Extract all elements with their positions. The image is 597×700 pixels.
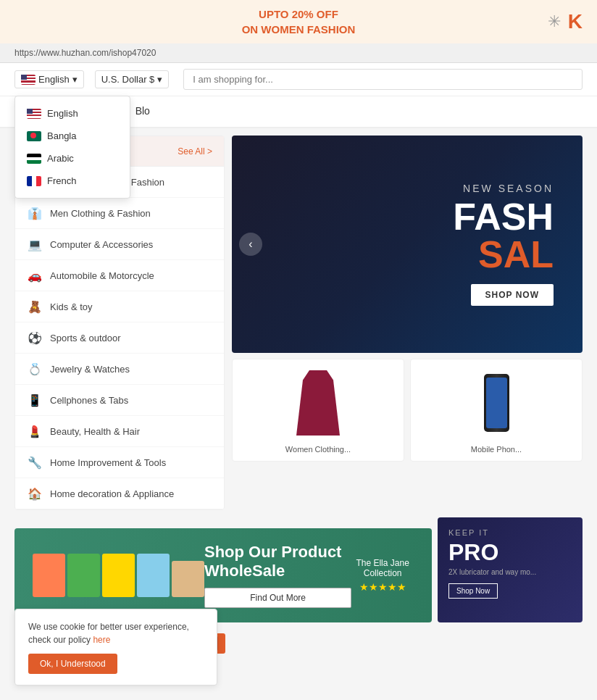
nav-blog[interactable]: Blo — [135, 96, 150, 127]
beauty-icon: 💄 — [27, 423, 43, 439]
currency-selector[interactable]: U.S. Dollar $ ▾ — [95, 70, 170, 88]
cloth-green — [67, 554, 100, 597]
top-banner: UPTO 20% OFF ON WOMEN FASHION ✳ K — [0, 0, 597, 43]
flag-ar-icon — [27, 154, 41, 164]
men-clothing-icon: 👔 — [27, 205, 43, 221]
wholesale-title: Shop Our Product WholeSale — [204, 543, 351, 580]
wholesale-banner: Shop Our Product WholeSale Find Out More… — [14, 517, 432, 622]
shop-now-button[interactable]: SHOP NOW — [471, 284, 554, 306]
flag-fr-icon — [27, 176, 41, 186]
slider-prev-button[interactable]: ‹ — [239, 233, 262, 256]
computer-icon: 💻 — [27, 236, 43, 252]
jewelry-icon: 💍 — [27, 361, 43, 377]
asterisk-icon: ✳ — [548, 12, 561, 31]
mobile-phone-product-image — [467, 367, 525, 439]
flag-bd-icon — [27, 131, 41, 141]
chevron-down-icon: ▾ — [72, 74, 78, 85]
slider-content: NEW SEASON FASH SAL SHOP NOW — [232, 136, 583, 353]
url-bar: https://www.huzhan.com/ishop47020 — [0, 43, 597, 63]
pro-title: PRO — [448, 541, 572, 564]
promo-row: Shop Our Product WholeSale Find Out More… — [0, 517, 597, 622]
fashion-text: FASH — [453, 196, 554, 238]
cookie-policy-link[interactable]: here — [93, 635, 110, 645]
category-men-clothing[interactable]: 👔 Men Clothing & Fashion — [15, 198, 224, 229]
cellphone-icon: 📱 — [27, 392, 43, 408]
category-kids[interactable]: 🧸 Kids & toy — [15, 291, 224, 322]
banner-slider: ‹ NEW SEASON FASH SAL SHOP NOW — [232, 136, 583, 353]
product-label-mobile: Mobile Phon... — [418, 445, 575, 454]
dress-icon — [296, 370, 340, 436]
right-content: ‹ NEW SEASON FASH SAL SHOP NOW — [232, 136, 583, 510]
category-jewelry[interactable]: 💍 Jewelry & Watches — [15, 354, 224, 385]
cloth-tan — [172, 561, 204, 597]
lang-option-french[interactable]: French — [15, 170, 130, 192]
us-flag-icon — [21, 75, 36, 85]
language-dropdown: English Bangla Arabic French — [14, 96, 130, 199]
flag-us-icon — [27, 109, 41, 119]
sports-icon: ⚽ — [27, 330, 43, 346]
category-sports[interactable]: ⚽ Sports & outdoor — [15, 322, 224, 354]
see-all-link[interactable]: See All > — [178, 146, 212, 157]
cookie-banner: We use cookie for better user experience… — [14, 609, 217, 654]
product-card-women-clothing[interactable]: Women Clothing... — [232, 359, 404, 462]
category-cellphones[interactable]: 📱 Cellphones & Tabs — [15, 385, 224, 416]
ella-jane-logo: The Ella Jane Collection — [351, 558, 414, 578]
chevron-down-icon: ▾ — [157, 74, 162, 85]
lang-option-english[interactable]: English — [15, 102, 130, 125]
cloth-yellow — [102, 554, 135, 597]
keep-it-title: KEEP IT — [448, 528, 572, 537]
shop-now-dark-button[interactable]: Shop Now — [448, 583, 498, 599]
clothes-stack — [33, 554, 204, 597]
promo-banner-text: UPTO 20% OFF ON WOMEN FASHION — [242, 7, 356, 37]
wholesale-left: Shop Our Product WholeSale Find Out More — [204, 543, 351, 608]
automobile-icon: 🚗 — [27, 267, 43, 283]
product-label-women: Women Clothing... — [240, 445, 396, 454]
category-automobile[interactable]: 🚗 Automobile & Motorcycle — [15, 260, 224, 291]
star-rating: ★★★★★ — [351, 581, 414, 593]
kids-icon: 🧸 — [27, 299, 43, 314]
header: English ▾ U.S. Dollar $ ▾ English Bangla… — [0, 63, 597, 96]
promo-description: 2X lubricator and way mo... — [448, 567, 572, 578]
category-computer[interactable]: 💻 Computer & Accessories — [15, 229, 224, 260]
slider-text: NEW SEASON FASH SAL SHOP NOW — [453, 183, 554, 306]
language-selector[interactable]: English ▾ — [14, 70, 84, 88]
new-season-text: NEW SEASON — [453, 183, 554, 194]
category-beauty[interactable]: 💄 Beauty, Health & Hair — [15, 416, 224, 447]
product-row: Women Clothing... Mobile Phon... — [232, 359, 583, 462]
brand-initial: K — [568, 10, 583, 33]
lang-option-bangla[interactable]: Bangla — [15, 125, 130, 147]
product-card-mobile[interactable]: Mobile Phon... — [410, 359, 583, 462]
women-clothing-product-image — [289, 367, 347, 439]
promo-right-banner: KEEP IT PRO 2X lubricator and way mo... … — [438, 517, 583, 622]
tools-icon: 🔧 — [27, 454, 43, 470]
cloth-orange — [33, 554, 65, 597]
cloth-blue — [137, 554, 170, 597]
category-home-improvement[interactable]: 🔧 Home Improvement & Tools — [15, 447, 224, 478]
lang-option-arabic[interactable]: Arabic — [15, 147, 130, 170]
cookie-text: We use cookie for better user experience… — [28, 620, 204, 646]
find-out-button[interactable]: Find Out More — [204, 588, 351, 608]
phone-icon — [484, 374, 509, 432]
sale-text: SAL — [478, 233, 554, 275]
ella-jane-brand: The Ella Jane Collection ★★★★★ — [351, 558, 414, 593]
search-bar — [183, 69, 583, 90]
category-home-decoration[interactable]: 🏠 Home decoration & Appliance — [15, 478, 224, 509]
home-icon: 🏠 — [27, 486, 43, 501]
search-input[interactable] — [193, 74, 573, 85]
